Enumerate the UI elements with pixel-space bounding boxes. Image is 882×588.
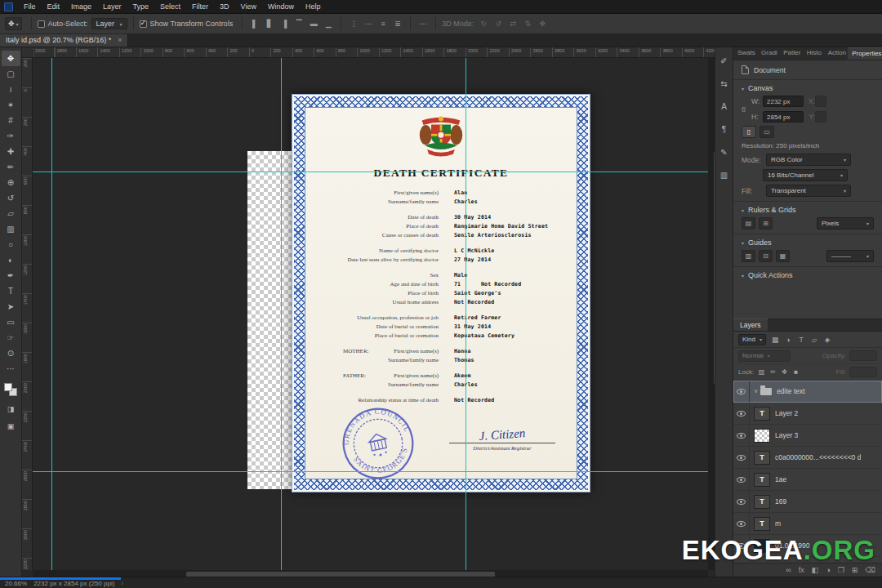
layer-effects-icon[interactable]: fx — [799, 566, 804, 574]
certificate-field-value[interactable]: Retired Farmer — [454, 314, 501, 321]
certificate-field-value[interactable]: Akeem — [454, 372, 471, 379]
layer-thumbnail[interactable]: T — [754, 517, 770, 531]
filter-smart-objects-icon[interactable]: ◈ — [822, 336, 832, 344]
layer-row[interactable]: T1ae — [733, 469, 882, 491]
menu-item-image[interactable]: Image — [65, 0, 97, 13]
auto-select-target-select[interactable]: Layer — [91, 18, 127, 29]
quick-mask-icon[interactable]: ◨ — [2, 401, 20, 416]
y-input[interactable] — [815, 111, 826, 122]
toggle-guides-icon[interactable]: ▥ — [742, 250, 755, 262]
horizontal-ruler[interactable]: 2000180016001400120010008006004002000200… — [33, 47, 715, 58]
align-left-icon[interactable]: ▌ — [250, 18, 260, 29]
zoom-level-field[interactable]: 20.66% — [5, 580, 27, 587]
distribute-left-icon[interactable]: ≡ — [378, 18, 388, 29]
layer-visibility-toggle[interactable] — [733, 381, 750, 402]
toggle-grid-icon[interactable]: ⊞ — [759, 217, 773, 229]
x-input[interactable] — [815, 96, 826, 107]
brush-tool[interactable]: ✏ — [2, 159, 20, 175]
certificate-field-value[interactable]: Not Recorded — [454, 397, 494, 403]
certificate-field-value[interactable]: 31 May 2014 — [454, 323, 491, 330]
menu-item-edit[interactable]: Edit — [42, 0, 66, 13]
auto-select-checkbox[interactable] — [38, 20, 45, 28]
healing-brush-tool[interactable]: ✚ — [2, 144, 20, 159]
dodge-tool[interactable]: ◐ — [2, 252, 20, 268]
layer-thumbnail[interactable]: T — [754, 451, 770, 465]
menu-item-file[interactable]: File — [18, 0, 42, 13]
certificate-field-value[interactable]: L C McNickle — [454, 247, 494, 254]
menu-item-layer[interactable]: Layer — [97, 0, 127, 13]
width-input[interactable]: 2232 px — [763, 96, 804, 107]
type-tool[interactable]: T — [2, 283, 20, 299]
show-transform-checkbox[interactable] — [140, 20, 147, 28]
lock-all-icon[interactable]: ■ — [791, 368, 800, 376]
filter-pixel-layers-icon[interactable]: ▦ — [770, 336, 780, 344]
crop-tool[interactable]: # — [2, 113, 20, 128]
screen-mode-icon[interactable]: ▣ — [2, 418, 20, 434]
delete-layer-icon[interactable]: ⌫ — [865, 566, 875, 574]
certificate-field-value[interactable]: 27 May 2014 — [454, 256, 491, 263]
align-top-icon[interactable]: ▔ — [294, 18, 304, 29]
lock-position-icon[interactable]: ✥ — [780, 368, 789, 376]
path-selection-tool[interactable]: ➤ — [2, 299, 20, 314]
menu-item-3d[interactable]: 3D — [214, 0, 235, 13]
document-tab[interactable]: Italy id.psd @ 20.7% (RGB/16) * × — [0, 33, 128, 47]
layer-filter-kind-select[interactable]: Kind — [738, 334, 766, 345]
height-input[interactable]: 2854 px — [763, 111, 804, 122]
3d-rotate-icon[interactable]: ↻ — [479, 18, 488, 29]
lock-guides-icon[interactable]: ⊟ — [759, 250, 773, 262]
close-icon[interactable]: × — [118, 36, 122, 44]
3d-pan-icon[interactable]: ⇄ — [508, 18, 518, 29]
pen-tool[interactable]: ✒ — [2, 268, 20, 283]
gradient-tool[interactable]: ▥ — [2, 221, 20, 237]
layer-thumbnail[interactable] — [754, 429, 770, 443]
menu-item-type[interactable]: Type — [127, 0, 155, 13]
paragraph-panel-icon[interactable]: ¶ — [717, 122, 732, 136]
vertical-ruler[interactable]: 2000200400600800100012001400160018002000… — [22, 58, 33, 570]
tab-layers[interactable]: Layers — [733, 318, 768, 331]
guide-vertical-1[interactable] — [51, 58, 52, 570]
3d-slide-icon[interactable]: ⇅ — [523, 18, 532, 29]
align-center-h-icon[interactable]: ▋ — [265, 18, 274, 29]
certificate-field-value[interactable]: Kopuataua Cemetery — [454, 332, 514, 339]
layer-row[interactable]: ∨edite text — [733, 381, 882, 403]
panel-tab-action[interactable]: Action — [824, 47, 848, 60]
3d-scale-icon[interactable]: ✥ — [537, 18, 547, 29]
libraries-panel-icon[interactable]: ▥ — [717, 168, 732, 181]
character-panel-icon[interactable]: A — [717, 100, 732, 113]
menu-item-select[interactable]: Select — [154, 0, 186, 13]
new-layer-icon[interactable]: ⊞ — [852, 566, 858, 574]
layer-visibility-toggle[interactable] — [733, 469, 750, 490]
eyedropper-tool[interactable]: ✑ — [2, 128, 20, 144]
foreground-color-swatch[interactable] — [4, 383, 12, 391]
orientation-portrait-button[interactable]: ▯ — [742, 126, 756, 138]
align-center-v-icon[interactable]: ▬ — [309, 18, 318, 29]
panel-tab-swats[interactable]: Swats — [733, 47, 757, 60]
clear-guides-icon[interactable]: ▦ — [776, 250, 790, 262]
certificate-document[interactable]: DEATH CERTIFICATE First/given name(s)Ala… — [292, 94, 590, 492]
menu-item-window[interactable]: Window — [262, 0, 300, 13]
certificate-field-value[interactable]: 71 Not Recorded — [454, 281, 521, 287]
layer-visibility-toggle[interactable] — [733, 447, 750, 468]
lasso-tool[interactable]: ≀ — [2, 82, 20, 97]
layer-thumbnail[interactable]: T — [754, 473, 770, 487]
adjustment-layer-icon[interactable]: ◑ — [826, 566, 830, 574]
lock-transparency-icon[interactable]: ▨ — [757, 368, 766, 376]
glyphs-panel-icon[interactable]: ✎ — [717, 145, 732, 158]
certificate-field-value[interactable]: Saint George's — [454, 290, 501, 296]
distribute-right-icon[interactable]: ≣ — [393, 18, 403, 29]
certificate-field-value[interactable]: Hanna — [454, 348, 471, 354]
align-bottom-icon[interactable]: ▁ — [323, 18, 333, 29]
menu-item-view[interactable]: View — [235, 0, 262, 13]
certificate-field-value[interactable]: Thomas — [454, 357, 474, 363]
blur-tool[interactable]: ○ — [2, 237, 20, 252]
layer-row[interactable]: TLayer 2 — [733, 403, 882, 425]
pasteboard[interactable]: DEATH CERTIFICATE First/given name(s)Ala… — [33, 58, 708, 570]
filter-shape-layers-icon[interactable]: ▱ — [809, 336, 819, 344]
layer-row[interactable]: Layer 3 — [733, 425, 882, 447]
3d-roll-icon[interactable]: ↺ — [493, 18, 503, 29]
distribute-v-icon[interactable]: ⋮ — [349, 18, 359, 29]
units-select[interactable]: Pixels — [817, 217, 874, 229]
marquee-tool[interactable]: ▢ — [2, 66, 20, 82]
distribute-h-icon[interactable]: ⋯ — [363, 18, 373, 29]
guide-vertical-3[interactable] — [466, 58, 466, 570]
